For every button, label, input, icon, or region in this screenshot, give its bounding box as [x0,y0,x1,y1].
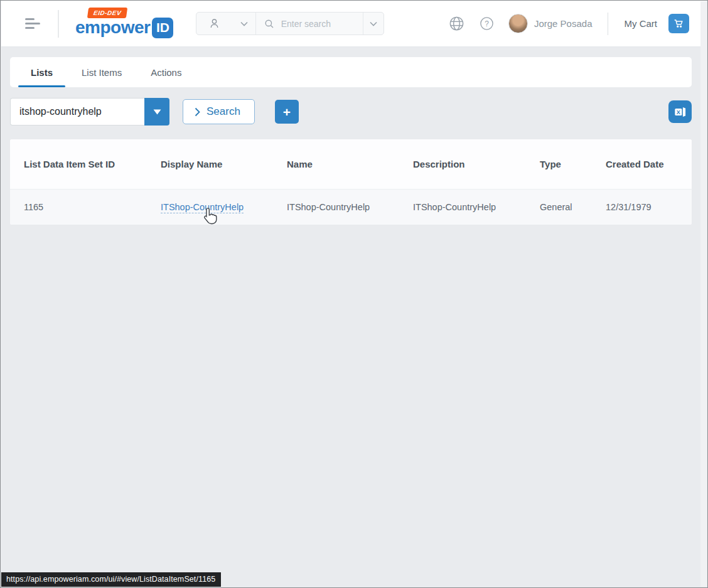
vertical-scrollbar[interactable] [700,1,707,587]
excel-export-icon: X [673,105,687,119]
chevron-down-icon [370,21,377,26]
globe-icon [448,15,465,32]
dropdown-caret-icon [153,109,161,115]
person-icon [208,17,221,30]
global-search-input[interactable] [281,19,357,29]
column-header-description[interactable]: Description [413,159,540,169]
cell-list-data-item-set-id: 1165 [24,202,161,212]
cell-description: ITShop-CountryHelp [413,202,540,212]
column-header-list-data-item-set-id[interactable]: List Data Item Set ID [24,159,161,169]
hamburger-menu-icon[interactable] [25,16,41,31]
cell-created-date: 12/31/1979 [606,202,678,212]
export-excel-button[interactable]: X [668,100,692,123]
cart-icon [673,18,684,29]
cell-type: General [540,202,606,212]
search-entity-selector[interactable] [196,13,256,35]
cell-display-name: ITShop-CountryHelp [161,202,287,212]
tab-lists[interactable]: Lists [23,57,61,87]
search-options-dropdown[interactable] [363,13,384,35]
search-toolbar: Search + X [10,98,692,126]
tab-bar: Lists List Items Actions [10,57,692,87]
plus-icon: + [283,105,291,119]
table-row: 1165 ITShop-CountryHelp ITShop-CountryHe… [10,189,692,225]
avatar [508,14,528,33]
column-header-display-name[interactable]: Display Name [161,159,287,169]
column-header-created-date[interactable]: Created Date [606,159,678,169]
language-globe-button[interactable] [448,15,465,32]
empowerid-logo[interactable]: EID-DEV empower ID [75,8,169,41]
header-divider [58,10,59,38]
filter-dropdown-button[interactable] [144,98,169,126]
chevron-down-icon [240,21,248,26]
add-list-button[interactable]: + [275,100,299,124]
global-search-bar [196,12,384,35]
column-header-type[interactable]: Type [540,159,606,169]
lists-grid: List Data Item Set ID Display Name Name … [10,139,692,225]
logo-id-mark: ID [152,18,173,38]
help-button[interactable]: ? [479,16,495,31]
tab-list-items[interactable]: List Items [73,57,130,87]
cell-name: ITShop-CountryHelp [287,202,413,212]
status-bar-url: https://api.empoweriam.com/ui/#view/List… [1,572,221,587]
user-menu[interactable]: Jorge Posada [508,14,593,33]
tab-actions[interactable]: Actions [142,57,190,87]
help-icon: ? [479,16,495,31]
logo-word: empower [75,18,150,38]
my-cart-label: My Cart [625,18,658,29]
chevron-right-icon [195,107,200,117]
global-search-field[interactable] [256,13,363,35]
grid-header-row: List Data Item Set ID Display Name Name … [10,139,692,189]
header-divider [608,13,608,35]
display-name-link[interactable]: ITShop-CountryHelp [161,202,244,213]
cart-button[interactable] [668,14,689,33]
svg-text:?: ? [485,19,489,28]
user-name: Jorge Posada [534,18,593,29]
environment-badge: EID-DEV [87,8,127,18]
page-content: Lists List Items Actions Search + X Li [1,48,700,587]
app-header: EID-DEV empower ID [1,1,707,47]
search-button[interactable]: Search [183,99,255,124]
search-icon [264,18,275,29]
svg-text:X: X [677,109,680,115]
list-filter-input[interactable] [10,98,144,126]
column-header-name[interactable]: Name [287,159,413,169]
